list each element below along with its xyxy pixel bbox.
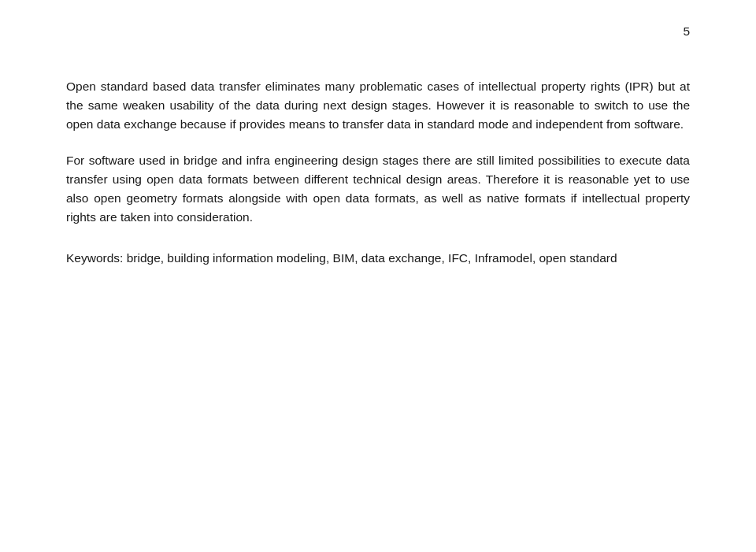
- paragraph-2: For software used in bridge and infra en…: [66, 151, 690, 227]
- page-number: 5: [683, 22, 690, 41]
- keywords-section: Keywords: bridge, building information m…: [66, 249, 690, 268]
- paragraph-1-text: Open standard based data transfer elimin…: [66, 77, 690, 134]
- content-area: Open standard based data transfer elimin…: [66, 77, 690, 268]
- page: 5 Open standard based data transfer elim…: [0, 0, 756, 552]
- paragraph-1: Open standard based data transfer elimin…: [66, 77, 690, 134]
- paragraph-2-text: For software used in bridge and infra en…: [66, 151, 690, 227]
- keywords-text: Keywords: bridge, building information m…: [66, 249, 690, 268]
